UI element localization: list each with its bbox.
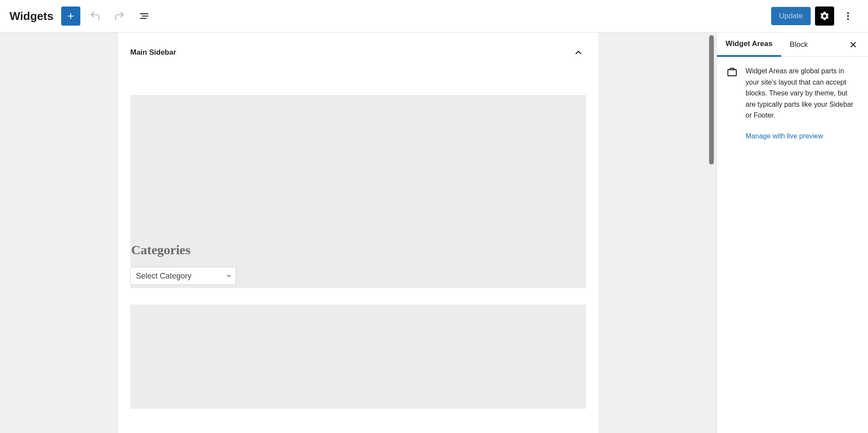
add-block-button[interactable]	[61, 7, 80, 26]
widget-area-title: Main Sidebar	[130, 48, 176, 57]
top-toolbar: Widgets Update	[0, 0, 868, 33]
category-select[interactable]: Select Category	[130, 267, 236, 285]
settings-button[interactable]	[815, 7, 834, 26]
widget-areas-description: Widget Areas are global parts in your si…	[746, 66, 858, 121]
close-icon	[849, 40, 858, 49]
editor-canvas: Main Sidebar Categories Select Category	[0, 33, 716, 433]
toolbar-left-group	[61, 7, 153, 26]
toolbar-right-group: Update	[771, 7, 864, 26]
manage-live-preview-link[interactable]: Manage with live preview	[746, 132, 823, 140]
gear-icon	[819, 11, 830, 21]
sidebar-body: Widget Areas are global parts in your si…	[717, 57, 868, 149]
update-button[interactable]: Update	[771, 7, 811, 25]
chevron-up-icon	[574, 48, 583, 57]
more-vertical-icon	[843, 11, 853, 21]
svg-point-7	[847, 18, 849, 20]
svg-point-6	[847, 15, 849, 17]
widget-block[interactable]	[130, 305, 586, 409]
list-view-icon	[138, 10, 149, 22]
tab-widget-areas[interactable]: Widget Areas	[717, 33, 781, 57]
sidebar-text-column: Widget Areas are global parts in your si…	[746, 66, 858, 140]
redo-icon	[114, 10, 125, 22]
tab-block[interactable]: Block	[781, 33, 817, 56]
more-options-button[interactable]	[838, 7, 858, 26]
widget-area-panel: Main Sidebar Categories Select Category	[118, 33, 598, 433]
redo-button[interactable]	[110, 7, 129, 26]
undo-icon	[89, 10, 101, 22]
settings-sidebar: Widget Areas Block Widget Areas are glob…	[716, 33, 868, 433]
main-area: Main Sidebar Categories Select Category	[0, 33, 868, 433]
undo-button[interactable]	[86, 7, 105, 26]
collapse-area-button[interactable]	[571, 45, 586, 60]
categories-block[interactable]: Categories Select Category	[130, 95, 586, 288]
close-sidebar-button[interactable]	[843, 34, 864, 55]
categories-heading: Categories	[130, 243, 586, 257]
svg-point-5	[847, 12, 849, 14]
svg-rect-10	[728, 70, 736, 76]
page-title: Widgets	[10, 10, 53, 23]
widget-area-icon	[726, 66, 738, 140]
widget-area-header[interactable]: Main Sidebar	[130, 33, 586, 68]
plus-icon	[66, 11, 76, 21]
category-select-wrapper: Select Category	[130, 267, 236, 285]
document-overview-button[interactable]	[134, 7, 153, 26]
sidebar-tabs: Widget Areas Block	[717, 33, 868, 57]
scrollbar-thumb[interactable]	[709, 35, 714, 164]
